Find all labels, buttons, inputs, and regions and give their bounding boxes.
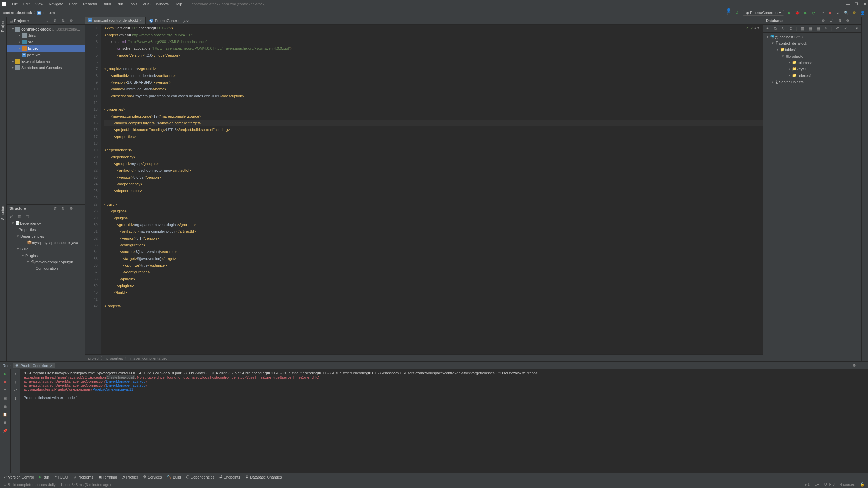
db-copy-icon[interactable]: ⧉: [773, 26, 778, 31]
struct-collapse-icon[interactable]: ⇅: [60, 206, 66, 211]
tree-src[interactable]: ▸src: [7, 39, 85, 45]
bc-properties[interactable]: properties: [106, 356, 123, 360]
db-commit-icon[interactable]: ✓: [843, 26, 848, 31]
db-rollback-icon[interactable]: ↶: [835, 26, 840, 31]
code-editor[interactable]: ✔ 2 ▴ ▾ 12345678910111213141516171819202…: [85, 25, 763, 354]
tree-idea[interactable]: ▸.idea: [7, 32, 85, 39]
tree-scratches[interactable]: ▸Scratches and Consoles: [7, 64, 85, 71]
struct-auto-icon[interactable]: ▢: [25, 214, 30, 219]
add-user-icon[interactable]: 👤⁺: [726, 10, 732, 15]
bottom-terminal[interactable]: ▣ Terminal: [98, 475, 117, 479]
menu-help[interactable]: Help: [172, 2, 185, 6]
minimize-icon[interactable]: —: [846, 2, 850, 6]
coverage-icon[interactable]: ▶: [803, 10, 808, 15]
stop-run-icon[interactable]: ■: [2, 379, 8, 385]
menu-vcs[interactable]: VCS: [140, 2, 153, 6]
run-hide-icon[interactable]: —: [860, 363, 865, 368]
struct-properties[interactable]: Properties: [7, 226, 85, 233]
db-query-icon[interactable]: ▤: [808, 26, 813, 31]
db-schema[interactable]: ▾🗄 control_de_stock: [763, 40, 861, 46]
project-panel-title[interactable]: Project: [14, 19, 26, 23]
ide-settings-icon[interactable]: ⚙: [852, 10, 857, 15]
db-refresh-icon[interactable]: ↻: [781, 26, 786, 31]
status-enc[interactable]: UTF-8: [824, 482, 835, 487]
struct-compiler-plugin[interactable]: ▾🔌 maven-compiler-plugin: [7, 259, 85, 265]
run-tab[interactable]: ◉ PruebaConexion ×: [13, 363, 55, 368]
db-tables[interactable]: ▾📁 tables 1: [763, 46, 861, 53]
project-tool-button[interactable]: Project: [0, 19, 5, 34]
struct-filter-icon[interactable]: ▥: [17, 214, 22, 219]
structure-tree[interactable]: ▾📑 Dependency Properties ▾Dependencies 📦…: [7, 220, 85, 271]
bottom-dbchanges[interactable]: 🗄 Database Changes: [245, 475, 282, 479]
tab-java[interactable]: CPruebaConexion.java: [146, 17, 194, 24]
db-keys[interactable]: ▸📁 keys 1: [763, 66, 861, 72]
bc-target[interactable]: maven.compiler.target: [130, 356, 167, 360]
wrap-icon[interactable]: ↩: [13, 387, 18, 393]
search-icon[interactable]: 🔍: [844, 10, 849, 15]
status-lf[interactable]: LF: [815, 482, 819, 487]
tab-close-icon[interactable]: ×: [140, 18, 142, 22]
tree-pom[interactable]: m pom.xml: [7, 52, 85, 58]
hide-panel-icon[interactable]: —: [77, 18, 82, 23]
scroll-icon[interactable]: ⤓: [13, 395, 18, 401]
pin-icon[interactable]: 📌: [2, 428, 8, 433]
status-lock-icon[interactable]: 🔓: [860, 482, 865, 487]
run-config-select[interactable]: ◉ PruebaConexion ▾: [743, 10, 784, 16]
bottom-todo[interactable]: ≡ TODO: [54, 475, 68, 479]
bottom-vc[interactable]: ⎇ Version Control: [3, 475, 34, 479]
db-columns[interactable]: ▸📁 columns 4: [763, 59, 861, 66]
bottom-services[interactable]: ⚙ Services: [143, 475, 162, 479]
profile-icon[interactable]: ◔: [811, 10, 816, 15]
breadcrumb-file[interactable]: pom.xml: [41, 11, 56, 15]
bottom-profiler[interactable]: ◔ Profiler: [122, 475, 138, 479]
db-jump-icon[interactable]: ▤: [816, 26, 821, 31]
db-add-icon[interactable]: +: [765, 26, 770, 31]
collapse-all-icon[interactable]: ⇅: [60, 18, 66, 23]
struct-expand-icon[interactable]: ⇵: [52, 206, 58, 211]
db-stop-icon[interactable]: ⊘: [788, 26, 793, 31]
editor-breadcrumbs[interactable]: project〉 properties〉 maven.compiler.targ…: [85, 354, 763, 361]
menu-window[interactable]: Window: [153, 2, 172, 6]
db-filter-icon[interactable]: ▼: [854, 26, 860, 31]
status-indent[interactable]: 4 spaces: [840, 482, 855, 487]
struct-sort-icon[interactable]: ↓ᴬ: [8, 214, 14, 219]
breadcrumb-root[interactable]: control-de-stock: [3, 11, 32, 15]
db-diag-icon[interactable]: ▥: [800, 26, 805, 31]
struct-configuration[interactable]: Configuration: [7, 265, 85, 271]
struct-mysql[interactable]: 📦 mysql:mysql-connector-java: [7, 239, 85, 246]
bottom-run[interactable]: ▶ Run: [39, 475, 49, 479]
settings-icon[interactable]: ⚙: [68, 18, 74, 23]
delete-icon[interactable]: 🗑: [2, 420, 8, 425]
print-icon[interactable]: 🖶: [2, 404, 8, 409]
status-event-log-icon[interactable]: ☐: [3, 482, 7, 487]
project-root[interactable]: ▾control-de-stock C:\Users\czala\...: [7, 26, 85, 32]
run-settings-icon[interactable]: ⚙: [852, 363, 857, 368]
menu-navigate[interactable]: Navigate: [46, 2, 66, 6]
db-table-producto[interactable]: ▾▦ producto: [763, 53, 861, 59]
editor-tab-options[interactable]: ⋮: [752, 17, 763, 24]
stop-icon[interactable]: ■: [827, 10, 833, 15]
vcs-update-icon[interactable]: ↙: [835, 10, 841, 15]
menu-file[interactable]: File: [9, 2, 21, 6]
select-opened-icon[interactable]: ⊕: [44, 18, 50, 23]
restore-icon[interactable]: ▤: [2, 395, 8, 401]
menu-run[interactable]: Run: [114, 2, 126, 6]
layout-icon[interactable]: ≡: [2, 387, 8, 393]
code-analysis-widget[interactable]: ✔ 2 ▴ ▾: [746, 26, 760, 30]
sync-icon[interactable]: ↺: [734, 10, 740, 15]
tab-pom[interactable]: mpom.xml (control-de-stock)×: [85, 17, 146, 24]
run-icon[interactable]: ▶: [787, 10, 792, 15]
bookmarks-tool-button[interactable]: Structure: [0, 203, 5, 222]
maximize-icon[interactable]: ❐: [855, 2, 858, 6]
db-expand-icon[interactable]: ⇵: [829, 18, 834, 23]
console-output[interactable]: "C:\Program Files\Java\jdk-19\bin\java.e…: [20, 369, 868, 473]
db-edit-icon[interactable]: ✎: [824, 26, 829, 31]
expand-all-icon[interactable]: ⇵: [52, 18, 58, 23]
dump-icon[interactable]: 📋: [2, 412, 8, 417]
menu-view[interactable]: View: [33, 2, 46, 6]
bc-project[interactable]: project: [88, 356, 99, 360]
db-panel-settings-icon[interactable]: ⚙: [845, 18, 850, 23]
db-hide-icon[interactable]: —: [853, 18, 859, 23]
attach-icon[interactable]: ⋯: [819, 10, 825, 15]
struct-build[interactable]: ▾Build: [7, 246, 85, 252]
